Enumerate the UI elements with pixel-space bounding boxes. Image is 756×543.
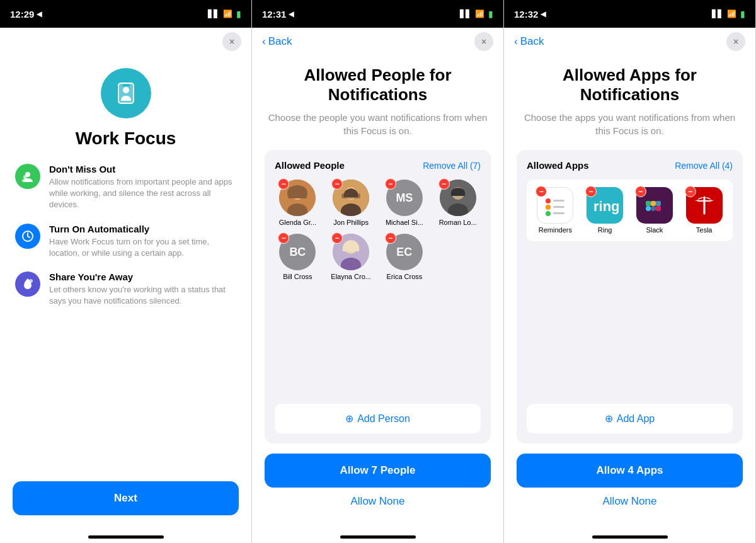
close-button-1[interactable]: × <box>222 32 241 51</box>
initials-michael: MS <box>396 191 413 205</box>
svg-rect-25 <box>553 200 564 202</box>
home-indicator-2 <box>252 530 503 543</box>
app-name-reminders: Reminders <box>539 226 572 234</box>
feature-1-desc: Allow notifications from important peopl… <box>49 176 236 211</box>
app-slack: − <box>634 187 676 234</box>
person-badge-icon <box>113 81 139 106</box>
location-icon-1: ◀ <box>37 10 42 18</box>
focus-title: Work Focus <box>76 129 176 149</box>
initials-erica: EC <box>396 246 412 259</box>
person-bill: − BC Bill Cross <box>275 234 321 280</box>
svg-point-9 <box>29 279 33 283</box>
back-button-3[interactable]: ‹ Back <box>514 35 544 48</box>
allowed-people-title: Allowed People for Notifications <box>265 66 491 105</box>
wifi-icon-1: 📶 <box>223 9 232 18</box>
person-name-jon: Jon Phillips <box>333 219 369 226</box>
svg-rect-38 <box>656 201 661 206</box>
status-time-2: 12:31 ◀ <box>262 9 294 20</box>
remove-badge-tesla[interactable]: − <box>685 186 696 197</box>
person-name-erica: Erica Cross <box>386 273 422 280</box>
location-icon-3: ◀ <box>541 10 546 18</box>
people-grid: − Glenda Gr... <box>275 180 481 280</box>
status-bar-3: 12:32 ◀ ▋▋ 📶 ▮ <box>504 0 755 28</box>
bottom-area-3: Allow 4 Apps Allow None <box>504 443 755 530</box>
initials-bill: BC <box>289 246 306 259</box>
app-reminders: − <box>534 187 576 234</box>
status-time-1: 12:29 ◀ <box>10 9 42 20</box>
svg-rect-27 <box>553 206 564 208</box>
allowed-people-subtitle: Choose the people you want notifications… <box>265 111 491 137</box>
battery-icon-1: ▮ <box>236 9 241 19</box>
home-bar-3 <box>592 535 668 539</box>
allow-none-people-button[interactable]: Allow None <box>265 488 491 515</box>
add-app-button[interactable]: ⊕ Add App <box>527 404 733 433</box>
allowed-people-label: Allowed People <box>275 160 345 171</box>
chevron-left-icon-2: ‹ <box>262 35 266 48</box>
feature-list: Don't Miss Out Allow notifications from … <box>15 164 236 307</box>
svg-point-28 <box>546 211 551 216</box>
svg-point-2 <box>123 87 129 93</box>
remove-all-apps-button[interactable]: Remove All (4) <box>675 161 733 171</box>
feature-3-heading: Share You're Away <box>49 272 236 282</box>
panel-allowed-people: 12:31 ◀ ▋▋ 📶 ▮ ‹ Back × Allowed People f… <box>252 0 504 543</box>
allowed-apps-subtitle: Choose the apps you want notifications f… <box>517 111 743 137</box>
apps-card: Allowed Apps Remove All (4) − <box>517 150 743 443</box>
chevron-left-icon-3: ‹ <box>514 35 518 48</box>
allow-apps-button[interactable]: Allow 4 Apps <box>517 454 743 488</box>
location-icon-2: ◀ <box>289 10 294 18</box>
home-bar-2 <box>340 535 416 539</box>
status-icons-2: ▋▋ 📶 ▮ <box>460 9 493 19</box>
focus-icon <box>101 68 151 118</box>
allow-people-button[interactable]: Allow 7 People <box>265 454 491 488</box>
person-michael: − MS Michael Si... <box>382 180 428 226</box>
app-name-ring: Ring <box>598 226 612 234</box>
person-name-michael: Michael Si... <box>386 219 423 226</box>
svg-rect-37 <box>656 206 661 211</box>
person-jon: − Jon Phillips <box>328 180 374 226</box>
person-name-elayna: Elayna Cro... <box>331 273 371 280</box>
home-indicator-1 <box>0 530 251 543</box>
feature-item-1: Don't Miss Out Allow notifications from … <box>15 164 236 211</box>
person-erica: − EC Erica Cross <box>382 234 428 280</box>
svg-point-24 <box>546 198 551 203</box>
feature-2-heading: Turn On Automatically <box>49 224 236 234</box>
remove-all-people-button[interactable]: Remove All (7) <box>423 161 481 171</box>
allowed-apps-label: Allowed Apps <box>527 160 589 171</box>
allowed-apps-content: Allowed Apps for Notifications Choose th… <box>504 55 755 543</box>
person-name-roman: Roman Lo... <box>439 219 477 226</box>
svg-rect-34 <box>651 206 656 211</box>
add-person-button[interactable]: ⊕ Add Person <box>275 404 481 433</box>
share-away-icon <box>15 272 40 297</box>
bottom-area-2: Allow 7 People Allow None <box>252 443 503 530</box>
nav-bar-3: ‹ Back × <box>504 28 755 55</box>
back-button-2[interactable]: ‹ Back <box>262 35 292 48</box>
signal-icon-3: ▋▋ <box>712 9 723 18</box>
status-icons-1: ▋▋ 📶 ▮ <box>208 9 241 19</box>
wifi-icon-3: 📶 <box>727 9 736 18</box>
close-button-2[interactable]: × <box>474 32 493 51</box>
app-ring: − ring Ring <box>584 187 626 234</box>
apps-grid: − <box>527 180 733 241</box>
close-button-3[interactable]: × <box>726 32 745 51</box>
next-button[interactable]: Next <box>13 481 239 515</box>
svg-rect-3 <box>122 84 130 86</box>
allowed-people-content: Allowed People for Notifications Choose … <box>252 55 503 543</box>
signal-icon-1: ▋▋ <box>208 9 219 18</box>
allow-none-apps-button[interactable]: Allow None <box>517 488 743 515</box>
svg-rect-29 <box>553 212 564 214</box>
app-name-tesla: Tesla <box>696 226 713 234</box>
person-glenda: − Glenda Gr... <box>275 180 321 226</box>
svg-rect-36 <box>651 201 656 206</box>
svg-text:ring: ring <box>593 198 620 214</box>
wifi-icon-2: 📶 <box>475 9 484 18</box>
status-time-3: 12:32 ◀ <box>514 9 546 20</box>
people-card-header: Allowed People Remove All (7) <box>275 160 481 171</box>
status-bar-2: 12:31 ◀ ▋▋ 📶 ▮ <box>252 0 503 28</box>
feature-1-heading: Don't Miss Out <box>49 164 236 174</box>
home-indicator-3 <box>504 530 755 543</box>
remove-badge-roman[interactable]: − <box>438 178 450 190</box>
battery-icon-2: ▮ <box>488 9 493 19</box>
dont-miss-out-icon <box>15 164 40 189</box>
plus-icon-people: ⊕ <box>345 413 353 425</box>
svg-rect-35 <box>646 201 651 206</box>
